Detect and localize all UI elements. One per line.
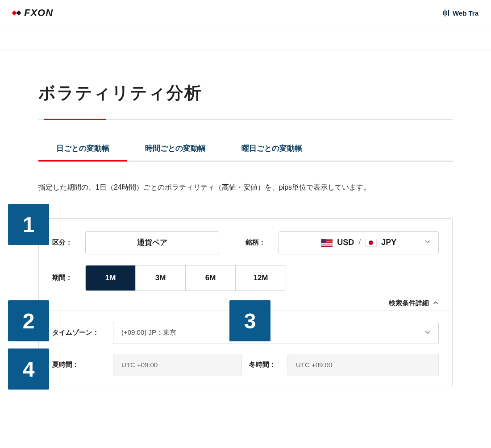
period-label: 期間： xyxy=(52,274,78,282)
brand-logo[interactable]: FXON xyxy=(12,7,53,19)
category-select[interactable]: 通貨ペア xyxy=(85,231,219,254)
annotation-badge-1: 1 xyxy=(8,204,49,245)
category-label: 区分： xyxy=(52,238,78,247)
period-button-group: 1M 3M 6M 12M xyxy=(85,265,286,291)
summer-time-value: UTC +09:00 xyxy=(121,361,158,369)
annotation-badge-3: 3 xyxy=(229,300,270,341)
logo-mark-icon xyxy=(12,11,21,15)
brand-name: FXON xyxy=(24,7,53,19)
winter-time-field: UTC +09:00 xyxy=(287,354,439,376)
flag-us-icon xyxy=(321,239,333,247)
chevron-down-icon xyxy=(424,238,431,247)
tab-bar: 日ごとの変動幅 時間ごとの変動幅 曜日ごとの変動幅 xyxy=(38,135,453,162)
search-details-toggle[interactable]: 検索条件詳細 xyxy=(389,299,439,307)
timezone-value: (+09:00) JP：東京 xyxy=(121,328,176,337)
web-trade-label: Web Tra xyxy=(453,9,479,17)
summer-time-label: 夏時間： xyxy=(52,361,106,369)
flag-jp-icon xyxy=(365,239,377,247)
annotation-badge-2: 2 xyxy=(8,300,49,341)
winter-time-label: 冬時間： xyxy=(249,361,280,369)
timezone-label: タイムゾーン： xyxy=(52,328,106,337)
tab-daily[interactable]: 日ごとの変動幅 xyxy=(38,135,127,162)
symbol-separator: / xyxy=(358,238,361,247)
tab-description: 指定した期間の、1日（24時間）ごとのボラティリティ（高値・安値）を、pips単… xyxy=(38,181,453,194)
chart-bars-icon xyxy=(443,9,449,17)
chevron-up-icon xyxy=(433,300,439,306)
period-3m-button[interactable]: 3M xyxy=(136,265,186,290)
category-value: 通貨ペア xyxy=(137,237,167,248)
summer-time-field: UTC +09:00 xyxy=(113,354,242,376)
symbol-quote: JPY xyxy=(381,238,396,247)
chevron-down-icon xyxy=(424,328,431,337)
details-label: 検索条件詳細 xyxy=(389,299,429,307)
sub-header-divider xyxy=(0,26,491,50)
winter-time-value: UTC +09:00 xyxy=(296,361,332,369)
symbol-label: 銘柄： xyxy=(246,238,271,247)
app-header: FXON Web Tra xyxy=(0,0,491,26)
web-trade-link[interactable]: Web Tra xyxy=(443,9,479,17)
page-title: ボラティリティ分析 xyxy=(38,82,453,104)
annotation-badge-4: 4 xyxy=(8,348,49,390)
symbol-select[interactable]: USD / JPY xyxy=(279,231,439,254)
tab-hourly[interactable]: 時間ごとの変動幅 xyxy=(127,135,224,161)
title-underline xyxy=(38,119,453,120)
symbol-base: USD xyxy=(337,238,354,247)
timezone-select[interactable]: (+09:00) JP：東京 xyxy=(113,322,439,344)
tab-weekday[interactable]: 曜日ごとの変動幅 xyxy=(224,135,320,161)
period-6m-button[interactable]: 6M xyxy=(186,265,236,290)
period-12m-button[interactable]: 12M xyxy=(236,265,286,290)
period-1m-button[interactable]: 1M xyxy=(86,265,136,290)
